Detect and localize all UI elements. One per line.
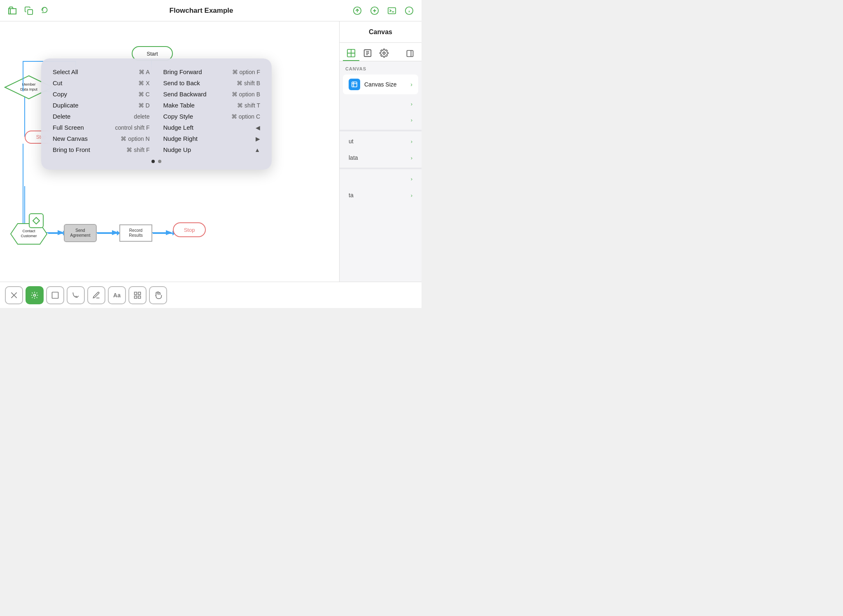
pen-tool-btn[interactable] xyxy=(87,286,105,304)
export-icon[interactable] xyxy=(352,5,363,16)
grid-tool-btn[interactable] xyxy=(128,286,147,304)
menu-shortcut-bring-front: ⌘ shift F xyxy=(126,147,149,153)
menu-item-bring-forward[interactable]: Bring Forward ⌘ option F xyxy=(163,68,261,75)
menu-label-new-canvas: New Canvas xyxy=(53,135,88,142)
settings-tool-btn[interactable] xyxy=(26,286,44,304)
menu-item-send-back[interactable]: Send to Back ⌘ shift B xyxy=(163,79,261,86)
svg-point-19 xyxy=(383,52,385,54)
arrow-contact-send xyxy=(48,233,65,234)
svg-rect-28 xyxy=(138,292,141,294)
contact-label: ContactCustomer xyxy=(21,229,37,238)
touch-tool-btn[interactable] xyxy=(149,286,167,304)
canvas-area[interactable]: Start MemberData Input Stop xyxy=(0,21,339,282)
menu-label-duplicate: Duplicate xyxy=(53,102,79,109)
send-agreement-node[interactable]: SendAgreement xyxy=(64,224,97,242)
menu-shortcut-send-back: ⌘ shift B xyxy=(237,80,260,86)
stop-right-label: Stop xyxy=(184,227,195,233)
bottom-toolbar: Aa xyxy=(0,282,422,308)
svg-rect-26 xyxy=(52,292,58,298)
sidebar-row-1[interactable]: › xyxy=(343,97,418,111)
sidebar-row-5-chevron: › xyxy=(411,176,412,182)
menu-item-make-table[interactable]: Make Table ⌘ shift T xyxy=(163,102,261,109)
sidebar-row-4[interactable]: lata › xyxy=(343,150,418,165)
bracket-line-v xyxy=(23,61,23,91)
sidebar-row-2[interactable]: › xyxy=(343,113,418,127)
sidebar-row-3[interactable]: ut › xyxy=(343,134,418,149)
mini-diamond-button[interactable] xyxy=(29,213,44,228)
sidebar-row-3-chevron: › xyxy=(411,138,412,145)
sidebar-divider-1 xyxy=(340,130,422,131)
menu-item-duplicate[interactable]: Duplicate ⌘ D xyxy=(53,102,150,109)
menu-item-select-all[interactable]: Select All ⌘ A xyxy=(53,68,150,75)
canvas-size-chevron: › xyxy=(410,81,412,88)
svg-point-25 xyxy=(34,294,36,296)
text-tool-label: Aa xyxy=(113,292,121,299)
menu-label-fullscreen: Full Screen xyxy=(53,124,84,131)
canvas-size-item[interactable]: Canvas Size › xyxy=(343,75,418,94)
menu-label-send-back: Send to Back xyxy=(163,79,200,86)
sidebar-collapse-btn[interactable] xyxy=(402,46,418,61)
canvas-section-label: CANVAS xyxy=(340,61,422,73)
undo-icon[interactable] xyxy=(40,5,51,16)
grid-icon xyxy=(133,291,142,299)
menu-item-bring-front[interactable]: Bring to Front ⌘ shift F xyxy=(53,146,150,153)
terminal-icon[interactable] xyxy=(386,5,398,16)
menu-shortcut-send-backward: ⌘ option B xyxy=(232,91,260,98)
menu-label-copy-style: Copy Style xyxy=(163,113,193,120)
menu-shortcut-nudge-up: ▲ xyxy=(254,147,260,153)
info-icon[interactable] xyxy=(403,5,415,16)
text-tool-btn[interactable]: Aa xyxy=(108,286,126,304)
menu-item-new-canvas[interactable]: New Canvas ⌘ option N xyxy=(53,135,150,142)
svg-rect-27 xyxy=(135,292,137,294)
sidebar: Canvas CANVAS xyxy=(339,21,422,282)
shape-tool-btn[interactable] xyxy=(46,286,64,304)
hand-icon xyxy=(154,291,162,299)
sidebar-row-4-text: lata xyxy=(349,154,358,161)
sidebar-row-6-text: ta xyxy=(349,192,354,198)
pen-icon xyxy=(92,291,100,299)
format-icon xyxy=(363,49,372,58)
page-dots xyxy=(53,160,260,163)
sidebar-tabs xyxy=(340,43,422,61)
context-menu[interactable]: Select All ⌘ A Cut ⌘ X Copy ⌘ C xyxy=(41,58,272,170)
menu-label-bring-forward: Bring Forward xyxy=(163,68,202,75)
menu-shortcut-fullscreen: control shift F xyxy=(115,124,149,131)
mini-diamond-icon xyxy=(33,217,40,224)
sidebar-row-6[interactable]: ta › xyxy=(343,188,418,203)
menu-item-copy[interactable]: Copy ⌘ C xyxy=(53,91,150,98)
svg-rect-3 xyxy=(388,7,396,14)
svg-marker-16 xyxy=(33,217,40,224)
menu-item-nudge-left[interactable]: Nudge Left ◀ xyxy=(163,124,261,131)
tab-layout[interactable] xyxy=(343,46,359,61)
title-bar-right xyxy=(352,5,415,16)
dot-2[interactable] xyxy=(158,160,161,163)
menu-item-send-backward[interactable]: Send Backward ⌘ option B xyxy=(163,91,261,98)
menu-item-fullscreen[interactable]: Full Screen control shift F xyxy=(53,124,150,131)
tab-format[interactable] xyxy=(359,46,376,61)
sidebar-row-5[interactable]: › xyxy=(343,172,418,186)
pointer-tool-btn[interactable] xyxy=(5,286,23,304)
rotate-tool-btn[interactable] xyxy=(67,286,85,304)
menu-item-delete[interactable]: Delete delete xyxy=(53,113,150,120)
menu-item-nudge-right[interactable]: Nudge Right ▶ xyxy=(163,135,261,142)
menu-item-cut[interactable]: Cut ⌘ X xyxy=(53,79,150,86)
sidebar-title: Canvas xyxy=(340,21,422,43)
add-icon[interactable] xyxy=(369,5,380,16)
dot-1[interactable] xyxy=(151,160,155,163)
menu-label-select-all: Select All xyxy=(53,68,78,75)
copy-icon[interactable] xyxy=(23,5,35,16)
folder-open-icon[interactable] xyxy=(7,5,18,16)
menu-item-nudge-up[interactable]: Nudge Up ▲ xyxy=(163,146,261,153)
stop-node-right[interactable]: Stop xyxy=(173,222,206,237)
sidebar-row-4-chevron: › xyxy=(411,155,412,161)
menu-item-copy-style[interactable]: Copy Style ⌘ option C xyxy=(163,113,261,120)
context-menu-right: Bring Forward ⌘ option F Send to Back ⌘ … xyxy=(157,68,261,153)
canvas-size-left: Canvas Size xyxy=(349,79,397,90)
record-results-node[interactable]: RecordResults xyxy=(119,224,152,242)
tab-settings[interactable] xyxy=(376,46,392,61)
menu-label-bring-front: Bring to Front xyxy=(53,146,90,153)
flowchart: Start MemberData Input Stop xyxy=(0,21,339,282)
title-bar-left xyxy=(7,5,51,16)
send-agreement-label: SendAgreement xyxy=(70,228,91,238)
svg-rect-29 xyxy=(135,296,137,298)
